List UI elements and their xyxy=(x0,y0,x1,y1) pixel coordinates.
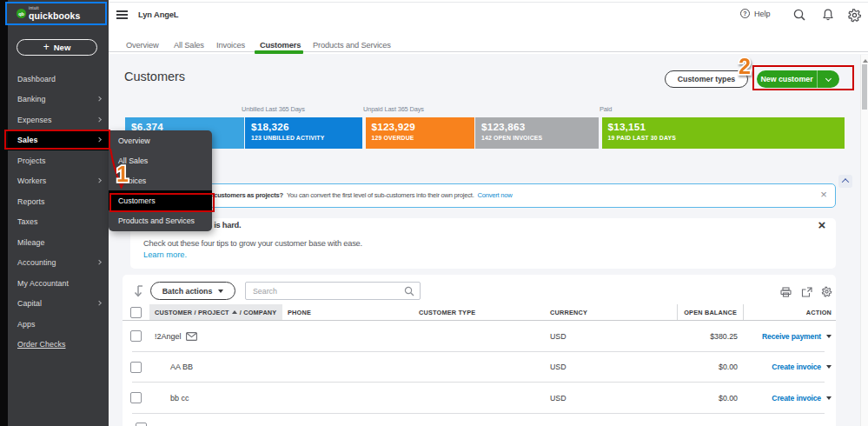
svg-text:1: 1 xyxy=(116,162,129,186)
action-cell[interactable]: Receive payment xyxy=(744,332,836,341)
print-icon[interactable] xyxy=(780,287,792,297)
moneybar-segment-overdue[interactable]: $123,929 129 OVERDUE xyxy=(366,117,474,149)
tab-products-and-services[interactable]: Products and Services xyxy=(313,41,391,50)
chevron-down-icon xyxy=(826,335,832,338)
active-tab-underline xyxy=(255,50,303,54)
email-envelope-icon xyxy=(186,332,197,341)
vertical-scrollbar[interactable] xyxy=(860,55,868,426)
annotation-box-new-customer xyxy=(752,65,854,90)
close-icon[interactable]: × xyxy=(815,218,829,232)
action-cell[interactable]: Create invoice xyxy=(744,394,836,403)
currency-cell: USD xyxy=(545,394,677,403)
table-row[interactable]: AA BB USD $0.00 Create invoice xyxy=(123,352,836,383)
row-checkbox[interactable] xyxy=(136,423,147,426)
qb-monogram: qb xyxy=(18,11,24,17)
close-icon[interactable]: × xyxy=(818,189,830,201)
row-checkbox[interactable] xyxy=(123,362,149,373)
sidebar-item-expenses[interactable]: Expenses xyxy=(8,110,109,130)
column-header-phone[interactable]: PHONE xyxy=(282,309,414,316)
checkbox-icon xyxy=(130,362,142,373)
company-name: Lyn AngeL xyxy=(138,10,178,19)
checkbox-icon xyxy=(136,423,147,426)
help-button[interactable]: ? Help xyxy=(740,9,771,18)
scrollbar-up-arrow[interactable] xyxy=(863,59,868,63)
table-search xyxy=(245,282,421,300)
chevron-right-icon xyxy=(96,117,102,123)
column-header-currency[interactable]: CURRENCY xyxy=(545,309,677,316)
customer-name-cell[interactable]: !2Angel xyxy=(149,321,282,352)
moneybar-segment-unbilled-activity[interactable]: $18,326 123 UNBILLED ACTIVITY xyxy=(245,117,362,149)
help-icon: ? xyxy=(740,9,750,18)
column-header-customer[interactable]: CUSTOMER / PROJECT / COMPANY xyxy=(149,304,282,320)
column-header-customer-type[interactable]: CUSTOMER TYPE xyxy=(414,309,545,316)
annotation-step-2: 2 xyxy=(732,50,758,82)
open-balance-cell: $0.00 xyxy=(677,363,744,371)
notifications-bell-icon[interactable] xyxy=(821,8,835,22)
hamburger-menu-icon[interactable] xyxy=(116,10,128,19)
sidebar-item-capital[interactable]: Capital xyxy=(8,294,109,315)
svg-text:2: 2 xyxy=(739,54,751,78)
chevron-up-icon xyxy=(842,178,849,185)
tips-body: Check out these four tips to grow your c… xyxy=(143,239,825,248)
plus-icon: + xyxy=(43,41,50,53)
sidebar-item-banking[interactable]: Banking xyxy=(8,90,109,110)
convert-now-link[interactable]: Convert now xyxy=(478,191,513,199)
table-row[interactable]: bb cc USD $0.00 Create invoice xyxy=(123,383,836,414)
qb-logo-icon: qb xyxy=(17,9,26,18)
collapse-banners-button[interactable] xyxy=(838,175,852,188)
tab-invoices[interactable]: Invoices xyxy=(216,41,245,50)
table-toolbar-icons xyxy=(780,286,832,297)
chevron-right-icon xyxy=(96,178,102,183)
action-cell[interactable]: Create invoice xyxy=(744,363,836,371)
sidebar-item-apps[interactable]: Apps xyxy=(8,314,109,335)
help-label: Help xyxy=(754,10,771,18)
sidebar-item-workers[interactable]: Workers xyxy=(8,171,109,192)
row-checkbox[interactable] xyxy=(123,392,149,403)
currency-cell: USD xyxy=(545,363,677,371)
tab-overview[interactable]: Overview xyxy=(126,41,159,50)
chevron-right-icon xyxy=(96,260,102,265)
sidebar-item-dashboard[interactable]: Dashboard xyxy=(8,69,109,90)
column-header-action[interactable]: ACTION xyxy=(744,309,836,316)
tab-customers[interactable]: Customers xyxy=(260,41,301,50)
moneybar-segment-open-invoices[interactable]: $123,863 142 OPEN INVOICES xyxy=(475,117,599,149)
export-icon[interactable] xyxy=(801,287,812,297)
customer-name-cell[interactable]: AA BB xyxy=(149,352,282,383)
checkbox-icon xyxy=(130,307,142,318)
quickbooks-logo[interactable]: qb intuit quickbooks xyxy=(5,2,107,25)
search-icon[interactable] xyxy=(792,8,806,22)
scrollbar-thumb[interactable] xyxy=(862,64,867,110)
page-title: Customers xyxy=(124,70,185,83)
currency-cell: USD xyxy=(545,332,677,341)
customer-tips-banner: Finding customers is hard. Check out the… xyxy=(130,218,836,269)
logo-text: intuit quickbooks xyxy=(29,7,80,20)
top-hairline xyxy=(109,2,868,3)
select-all-checkbox[interactable] xyxy=(123,307,149,318)
sidebar-item-taxes[interactable]: Taxes xyxy=(8,212,109,233)
scroll-down-icon[interactable] xyxy=(134,284,146,299)
moneybar-label-unpaid: Unpaid Last 365 Days xyxy=(363,105,424,113)
moneybar-segment-paid[interactable]: $13,151 19 PAID LAST 30 DAYS xyxy=(602,117,845,149)
tab-all-sales[interactable]: All Sales xyxy=(174,41,204,50)
customer-name-cell[interactable]: bb cc xyxy=(149,383,282,414)
sidebar-item-accounting[interactable]: Accounting xyxy=(8,253,109,274)
sidebar-item-reports[interactable]: Reports xyxy=(8,191,109,212)
sidebar-item-order-checks[interactable]: Order Checks xyxy=(8,335,109,356)
sidebar-item-projects[interactable]: Projects xyxy=(8,150,109,171)
row-checkbox[interactable] xyxy=(123,330,149,342)
batch-actions-button[interactable]: Batch actions xyxy=(150,282,235,300)
settings-gear-icon[interactable] xyxy=(847,8,862,23)
table-settings-gear-icon[interactable] xyxy=(821,286,832,297)
banner-body-text: You can convert the first level of sub-c… xyxy=(287,191,474,199)
sidebar-item-my-accountant[interactable]: My Accountant xyxy=(8,273,109,294)
sidebar-item-mileage[interactable]: Mileage xyxy=(8,232,109,253)
table-row[interactable]: !2Angel USD $380.25 Receive payment xyxy=(123,321,836,352)
learn-more-link[interactable]: Learn more. xyxy=(143,250,825,259)
annotation-step-1: 1 xyxy=(109,159,136,189)
search-input[interactable] xyxy=(246,287,404,296)
new-button[interactable]: + New xyxy=(17,39,97,56)
flyout-item-products-and-services[interactable]: Products and Services xyxy=(109,210,212,230)
column-header-open-balance[interactable]: OPEN BALANCE xyxy=(677,304,744,320)
chevron-down-icon xyxy=(218,290,223,293)
convert-subcustomers-banner: Do you organize sub-customers as project… xyxy=(130,183,836,208)
